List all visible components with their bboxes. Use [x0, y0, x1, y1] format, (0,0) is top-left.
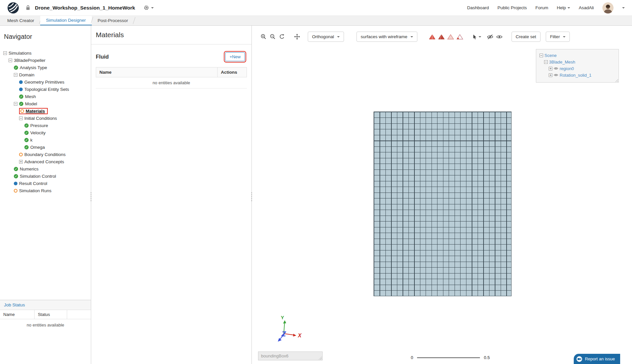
report-issue-button[interactable]: Report an issue: [574, 354, 620, 364]
reset-view-button[interactable]: [277, 32, 286, 41]
new-material-button[interactable]: +New: [225, 52, 245, 61]
tree-item-simulations[interactable]: −Simulations: [0, 49, 91, 57]
tree-item-label: Advanced Concepts: [24, 159, 64, 164]
collapse-toggle-icon[interactable]: −: [9, 59, 12, 62]
mesh-object[interactable]: [374, 112, 512, 296]
app-logo-icon[interactable]: [7, 2, 19, 14]
mesh-tool-button-3[interactable]: [446, 32, 455, 41]
orientation-axes-triad[interactable]: Y X Z: [275, 313, 311, 346]
collapse-toggle-icon[interactable]: −: [3, 51, 7, 55]
mesh-tool-button-2[interactable]: [437, 32, 446, 41]
tree-item-result-control[interactable]: Result Control: [0, 180, 91, 187]
tree-item-boundary-conditions[interactable]: Boundary Conditions: [0, 151, 91, 158]
logo-sphere-icon: [7, 2, 19, 14]
tree-item-k[interactable]: ✓k: [0, 136, 91, 143]
tree-item-label: Pressure: [30, 123, 48, 128]
chevron-down-icon: [479, 36, 481, 38]
select-tool-dropdown[interactable]: [472, 32, 482, 41]
tab-label: Simulation Designer: [46, 18, 86, 23]
bounding-box-input[interactable]: [258, 351, 323, 360]
chevron-down-icon: [567, 7, 570, 9]
tree-item-label: Boundary Conditions: [24, 152, 66, 157]
expand-toggle-icon[interactable]: +: [19, 160, 23, 164]
panel-resize-handle[interactable]: [251, 192, 252, 201]
scale-min-label: 0: [411, 355, 413, 360]
user-avatar[interactable]: [602, 2, 614, 13]
tree-item-domain[interactable]: −Domain: [0, 71, 91, 78]
workspace-tabs: Mesh Creator Simulation Designer Post-Pr…: [0, 16, 632, 26]
tree-item-velocity[interactable]: ✓Velocity: [0, 129, 91, 136]
create-set-button[interactable]: Create set: [512, 32, 540, 42]
tab-mesh-creator[interactable]: Mesh Creator: [1, 16, 40, 25]
lock-icon: [26, 5, 30, 11]
tree-item-geometry-primitives[interactable]: Geometry Primitives: [0, 78, 91, 86]
collapse-toggle-icon[interactable]: −: [544, 60, 548, 64]
report-issue-label: Report an issue: [585, 356, 615, 361]
scene-item-scene[interactable]: −Scene: [539, 52, 617, 59]
nav-username[interactable]: AsadAli: [579, 5, 594, 10]
chevron-down-icon: [337, 36, 340, 38]
bounding-box-field-wrap: [258, 351, 323, 360]
projection-mode-dropdown[interactable]: Orthogonal: [308, 32, 344, 42]
expand-toggle-icon[interactable]: +: [549, 73, 552, 77]
nav-public-projects[interactable]: Public Projects: [497, 5, 527, 10]
status-incomplete-icon: [14, 189, 17, 193]
render-mode-dropdown[interactable]: surfaces with wireframe: [356, 32, 417, 42]
expand-toggle-icon[interactable]: +: [549, 67, 552, 70]
show-all-button[interactable]: [495, 32, 504, 41]
filter-dropdown[interactable]: Filter: [546, 32, 570, 42]
nav-forum[interactable]: Forum: [535, 5, 548, 10]
scene-item-label: Scene: [544, 53, 557, 58]
tree-item-materials[interactable]: Materials: [0, 107, 91, 115]
collapse-toggle-icon[interactable]: −: [14, 73, 17, 77]
tree-item-advanced-concepts[interactable]: +Advanced Concepts: [0, 158, 91, 165]
collapse-toggle-icon[interactable]: −: [540, 54, 543, 57]
job-col-name: Name: [0, 310, 35, 319]
nav-help[interactable]: Help: [557, 5, 570, 10]
viewport-canvas[interactable]: Orthogonal surfaces with wireframe: [252, 26, 632, 364]
render-mode-label: surfaces with wireframe: [361, 34, 408, 39]
visibility-eye-icon[interactable]: [554, 73, 558, 77]
tree-item-model[interactable]: −✓Model: [0, 100, 91, 107]
axis-y-label: Y: [281, 315, 284, 320]
pan-arrows-icon: [294, 34, 300, 40]
tree-item-analysis-type[interactable]: ✓Analysis Type: [0, 64, 91, 71]
pan-tool-button[interactable]: [293, 32, 301, 41]
scene-item-label: region0: [560, 66, 574, 71]
tree-item-initial-conditions[interactable]: −Initial Conditions: [0, 115, 91, 122]
header-nav: Dashboard Public Projects Forum Help Asa…: [467, 2, 625, 13]
projection-mode-label: Orthogonal: [312, 34, 334, 39]
tree-item-simulation-runs[interactable]: Simulation Runs: [0, 187, 91, 194]
tree-item-topological-entity-sets[interactable]: Topological Entity Sets: [0, 86, 91, 93]
materials-col-actions: Actions: [218, 67, 247, 77]
collapse-toggle-icon[interactable]: −: [19, 117, 23, 120]
tab-simulation-designer[interactable]: Simulation Designer: [40, 16, 92, 25]
scene-item-3blade-mesh[interactable]: −3Blade_Mesh: [539, 59, 617, 65]
panel-resize-handle[interactable]: [90, 192, 92, 201]
tree-item-mesh[interactable]: ✓Mesh: [0, 93, 91, 100]
tree-item-numerics[interactable]: ✓Numerics: [0, 165, 91, 172]
hide-selection-button[interactable]: [486, 32, 494, 41]
mesh-tool-icon-1: [429, 34, 436, 40]
visibility-eye-icon[interactable]: [554, 66, 558, 71]
nav-dashboard[interactable]: Dashboard: [467, 5, 489, 10]
scene-item-rotation-solid-1[interactable]: +Rotation_solid_1: [539, 72, 617, 78]
zoom-in-button[interactable]: [259, 32, 268, 41]
mesh-tool-button-4[interactable]: [456, 32, 464, 41]
tree-item-simulation-control[interactable]: ✓Simulation Control: [0, 172, 91, 180]
tree-item-pressure[interactable]: ✓Pressure: [0, 122, 91, 129]
user-menu-caret[interactable]: [622, 7, 625, 9]
tab-post-processor[interactable]: Post-Processor: [92, 16, 134, 25]
project-settings-button[interactable]: [144, 5, 154, 11]
tree-item-label: Numerics: [20, 167, 39, 171]
tree-item-omega[interactable]: ✓Omega: [0, 143, 91, 151]
scene-item-region0[interactable]: +region0: [539, 65, 617, 72]
collapse-toggle-icon[interactable]: −: [14, 102, 17, 106]
mesh-tool-button-1[interactable]: [428, 32, 436, 41]
job-status-title[interactable]: Job Status: [0, 300, 91, 310]
zoom-out-button[interactable]: [268, 32, 277, 41]
navigator-title: Navigator: [0, 26, 91, 41]
avatar-image: [602, 2, 614, 13]
tree-item-3bladepropeller[interactable]: −3BladePropeller: [0, 57, 91, 64]
tree-item-label: Materials: [26, 109, 45, 114]
